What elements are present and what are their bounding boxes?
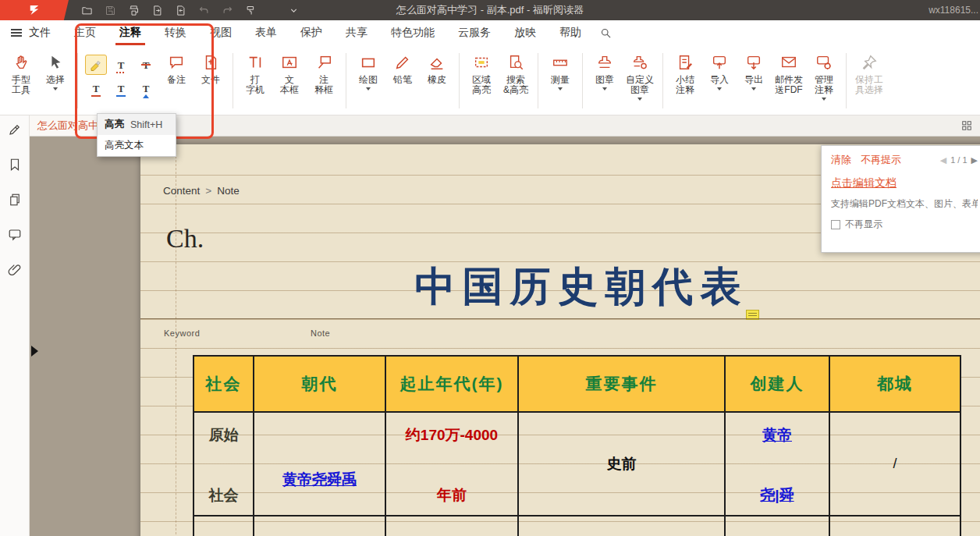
pager-next-icon[interactable]: ▶ — [971, 155, 978, 165]
note-button[interactable]: 备注 — [162, 47, 191, 87]
note-label: Note — [311, 328, 330, 338]
tab-cloud[interactable]: 云服务 — [458, 20, 491, 45]
search-highlight-icon — [507, 54, 524, 71]
tab-protect[interactable]: 保护 — [300, 20, 322, 45]
import-comments-button[interactable]: 导入 — [705, 47, 734, 94]
search-icon[interactable] — [600, 27, 612, 39]
clear-button[interactable]: 清除 — [831, 153, 851, 167]
dynasty-link[interactable]: 黄帝尧舜禹 — [282, 470, 357, 490]
foxit-logo[interactable] — [0, 0, 69, 20]
replace-icon: T — [118, 83, 125, 94]
save-icon — [105, 5, 116, 16]
bookmarks-panel-icon[interactable] — [8, 158, 22, 172]
ribbon-tabs: 主页 注释 转换 视图 表单 保护 共享 特色功能 云服务 放映 帮助 — [74, 20, 581, 45]
drawing-button[interactable]: 绘图 — [353, 47, 383, 94]
edit-document-link[interactable]: 点击编辑文档 — [831, 176, 897, 190]
tab-share[interactable]: 共享 — [346, 20, 368, 45]
export-comments-button[interactable]: 导出 — [739, 47, 769, 94]
insert-text-button[interactable]: T — [135, 78, 157, 98]
strikeout-button[interactable]: T — [135, 55, 157, 75]
sidebar-expand-handle-icon[interactable] — [31, 346, 38, 357]
typewriter-button[interactable]: 打 字机 — [240, 47, 270, 97]
pager-prev-icon[interactable]: ◀ — [940, 155, 946, 165]
pager-count: 1 / 1 — [950, 155, 967, 165]
callout-label: 注 释框 — [314, 75, 333, 95]
tab-view[interactable]: 视图 — [210, 20, 232, 45]
account-name[interactable]: wx118615... — [929, 5, 980, 16]
founder-link-1[interactable]: 黄帝 — [762, 425, 792, 445]
pencil-button[interactable]: 铅笔 — [388, 47, 417, 87]
callout-button[interactable]: 注 释框 — [309, 47, 339, 97]
file-attachment-label: 文件 — [201, 75, 220, 85]
tab-comment[interactable]: 注释 — [119, 20, 141, 45]
eraser-button[interactable]: 橡皮 — [422, 47, 452, 87]
export-label: 导出 — [744, 75, 763, 85]
textbox-button[interactable]: 文 本框 — [275, 47, 304, 97]
squiggly-underline-button[interactable]: T — [110, 55, 132, 75]
page-thumbnails-icon[interactable] — [8, 193, 22, 207]
file-attachment-button[interactable]: 文件 — [196, 47, 225, 87]
squiggly-icon: T — [118, 60, 125, 70]
stamp-button[interactable]: 图章 — [590, 47, 620, 94]
summarize-comments-button[interactable]: 小结 注释 — [670, 47, 700, 97]
annotations-panel-icon[interactable] — [8, 122, 22, 137]
print-icon[interactable] — [128, 5, 140, 16]
insert-caret-icon: T — [143, 83, 150, 94]
hand-tool-button[interactable]: 手型 工具 — [6, 47, 36, 97]
area-highlight-button[interactable]: 区域 高亮 — [467, 47, 496, 97]
customize-toolbar-chevron-icon[interactable] — [289, 5, 299, 16]
measure-button[interactable]: 测量 — [545, 47, 575, 94]
tab-help[interactable]: 帮助 — [559, 20, 581, 45]
chapter-heading: Ch. — [166, 224, 204, 254]
breadcrumb-separator: > — [205, 185, 211, 197]
open-file-icon[interactable] — [81, 5, 93, 16]
dont-show-label: 不再显示 — [845, 218, 882, 231]
drawing-rect-icon — [360, 54, 377, 71]
tab-convert[interactable]: 转换 — [165, 20, 186, 45]
callout-icon — [315, 54, 332, 71]
founder-link-2[interactable]: 尧|舜 — [760, 485, 794, 506]
measure-label: 测量 — [551, 75, 570, 85]
tab-present[interactable]: 放映 — [514, 20, 536, 45]
stamp-label: 图章 — [595, 75, 614, 85]
table-cell-dynasty: 黄帝尧舜禹 — [254, 413, 386, 516]
ribbon-tab-bar: 文件 主页 注释 转换 视图 表单 保护 共享 特色功能 云服务 放映 帮助 — [0, 20, 980, 45]
society-line1: 原始 — [209, 425, 239, 445]
manage-comments-button[interactable]: 管理 注释 — [809, 47, 839, 105]
quick-access-toolbar — [81, 5, 299, 16]
select-tool-button[interactable]: 选择 — [41, 47, 70, 94]
email-fdf-button[interactable]: 邮件发 送FDF — [773, 47, 804, 97]
comments-panel-icon[interactable] — [8, 228, 22, 242]
underline-button[interactable]: T — [85, 78, 107, 98]
ribbon-separator — [582, 53, 583, 108]
event-text: 史前 — [607, 454, 637, 474]
page-layout-grid-icon[interactable] — [961, 120, 972, 131]
custom-stamp-button[interactable]: 自定义 图章 — [624, 47, 655, 105]
select-tool-label: 选择 — [46, 75, 65, 85]
tab-form[interactable]: 表单 — [255, 20, 277, 45]
tab-home[interactable]: 主页 — [74, 20, 96, 45]
menu-item-highlight-text[interactable]: 高亮文本 — [98, 135, 176, 156]
export-page-icon[interactable] — [151, 5, 163, 16]
tab-features[interactable]: 特色功能 — [391, 20, 435, 45]
replace-text-button[interactable]: T — [110, 78, 132, 98]
dropdown-arrow-icon — [602, 87, 607, 93]
menu-item-highlight[interactable]: 高亮 Shift+H — [98, 114, 176, 135]
table-header-society: 社会 — [194, 357, 254, 413]
file-menu[interactable]: 文件 — [29, 26, 51, 40]
search-highlight-button[interactable]: 搜索 &高亮 — [501, 47, 531, 97]
table-cell-society: 原始 社会 — [194, 413, 254, 516]
pencil-icon — [394, 54, 411, 71]
stamp-icon — [596, 54, 613, 71]
hamburger-menu-icon[interactable] — [11, 29, 22, 37]
format-brush-icon[interactable] — [245, 5, 257, 16]
attachments-panel-icon[interactable] — [8, 263, 22, 277]
highlight-button[interactable] — [85, 55, 107, 75]
pencil-label: 铅笔 — [393, 75, 412, 85]
summarize-icon — [676, 54, 694, 71]
note-bubble-icon — [168, 54, 185, 71]
no-more-prompt-button[interactable]: 不再提示 — [861, 153, 901, 167]
ribbon-separator — [77, 53, 78, 108]
dont-show-checkbox[interactable] — [831, 220, 840, 229]
import-page-icon[interactable] — [175, 5, 186, 16]
